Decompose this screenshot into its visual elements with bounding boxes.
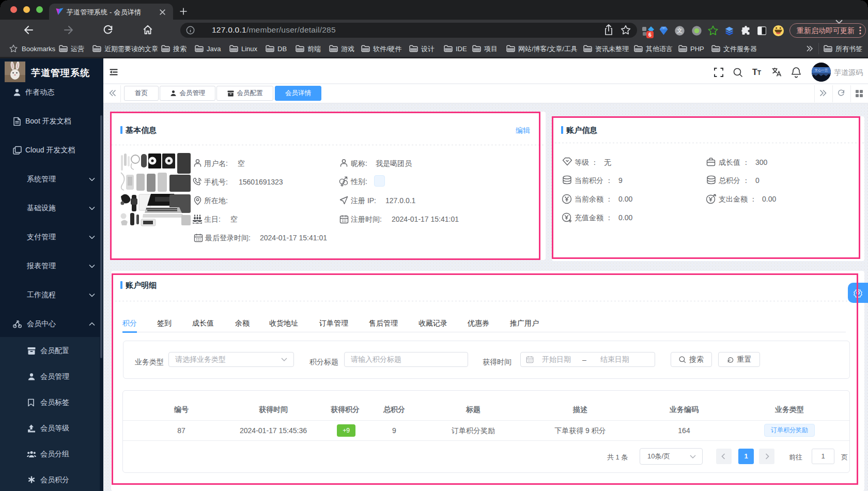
svg-text:文心一言: 文心一言	[815, 68, 829, 72]
svg-text:6: 6	[648, 32, 652, 38]
svg-text:文: 文	[677, 27, 683, 34]
